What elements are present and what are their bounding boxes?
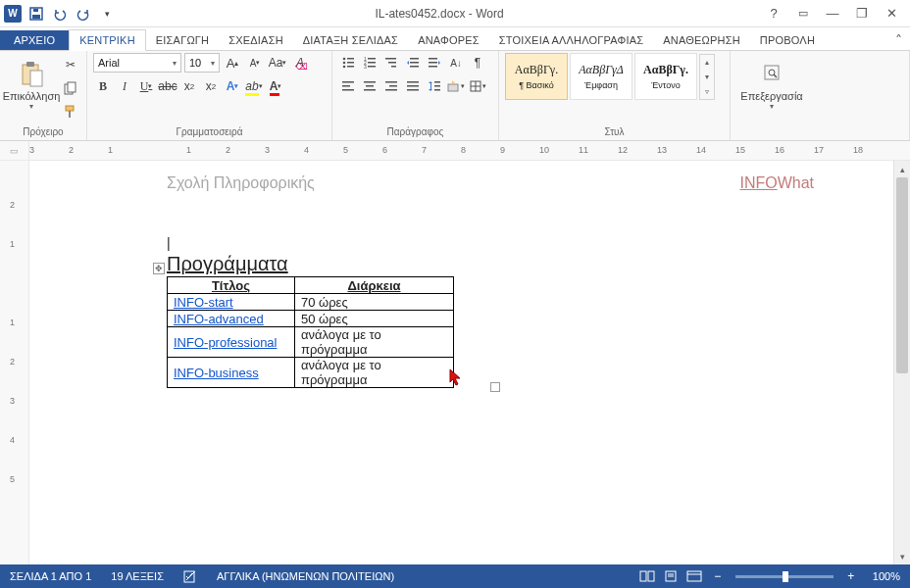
align-right-icon[interactable]: [381, 76, 401, 96]
ribbon-collapse-icon[interactable]: ˄: [887, 30, 910, 50]
status-language[interactable]: ΑΓΓΛΙΚΑ (ΗΝΩΜΕΝΩΝ ΠΟΛΙΤΕΙΩΝ): [207, 570, 404, 582]
document-heading[interactable]: Προγράμματα: [167, 253, 873, 275]
numbering-icon[interactable]: 123: [360, 53, 379, 73]
align-left-icon[interactable]: [338, 76, 358, 96]
document-canvas[interactable]: Σχολή Πληροφορικής INFOWhat | ✥ Προγράμμ…: [29, 161, 893, 564]
save-icon[interactable]: [27, 5, 45, 23]
styles-scroll-down-icon[interactable]: ▾: [700, 70, 714, 84]
help-icon[interactable]: ?: [763, 6, 784, 21]
tab-file[interactable]: ΑΡΧΕΙΟ: [0, 30, 69, 50]
bullets-icon[interactable]: [338, 53, 358, 73]
sort-icon[interactable]: A↓: [446, 53, 466, 73]
programs-table[interactable]: Τίτλος Διάρκεια INFO-start70 ώρες INFO-a…: [167, 276, 454, 388]
status-words[interactable]: 19 ΛΕΞΕΙΣ: [101, 570, 174, 582]
align-center-icon[interactable]: [360, 76, 379, 96]
style-normal[interactable]: ΑαΒβΓγ. ¶ Βασικό: [505, 53, 568, 100]
status-page[interactable]: ΣΕΛΙΔΑ 1 ΑΠΟ 1: [0, 570, 101, 582]
style-emphasis[interactable]: ΑαΒβΓγΔ Έμφαση: [570, 53, 632, 100]
view-web-icon[interactable]: [682, 567, 706, 585]
view-read-icon[interactable]: [635, 567, 659, 585]
show-marks-icon[interactable]: ¶: [468, 53, 487, 73]
change-case-icon[interactable]: Aa▾: [268, 53, 287, 73]
zoom-slider-knob[interactable]: [783, 571, 788, 582]
tab-review[interactable]: ΑΝΑΘΕΩΡΗΣΗ: [653, 30, 750, 50]
minimize-icon[interactable]: —: [822, 6, 843, 21]
zoom-slider[interactable]: [735, 575, 834, 578]
cell-value[interactable]: 70 ώρες: [295, 294, 454, 311]
style-strong[interactable]: ΑαΒβΓγ. Έντονο: [634, 53, 697, 100]
multilevel-list-icon[interactable]: [381, 53, 401, 73]
style-normal-preview: ΑαΒβΓγ.: [515, 63, 558, 77]
zoom-out-icon[interactable]: −: [706, 567, 730, 585]
italic-button[interactable]: I: [115, 76, 134, 96]
borders-icon[interactable]: ▾: [468, 76, 487, 96]
styles-scroll-up-icon[interactable]: ▴: [700, 55, 714, 70]
highlight-color-icon[interactable]: ab▾: [244, 76, 264, 96]
bold-button[interactable]: B: [93, 76, 113, 96]
font-size-select[interactable]: 10▾: [184, 53, 220, 73]
font-color-icon[interactable]: A▾: [266, 76, 285, 96]
shading-icon[interactable]: ▾: [446, 76, 466, 96]
styles-expand-icon[interactable]: ▿: [700, 84, 714, 99]
view-print-icon[interactable]: [659, 567, 682, 585]
format-painter-icon[interactable]: [61, 102, 80, 122]
paste-button[interactable]: Επικόλληση ▾: [6, 53, 57, 118]
close-icon[interactable]: ✕: [881, 6, 902, 21]
cell-value[interactable]: ανάλογα με το πρόγραμμα: [295, 327, 454, 358]
svg-rect-8: [66, 106, 74, 111]
cell-link[interactable]: INFO-advanced: [168, 311, 295, 327]
copy-icon[interactable]: [61, 78, 80, 98]
svg-rect-39: [385, 89, 397, 91]
tab-mailings[interactable]: ΣΤΟΙΧΕΙΑ ΑΛΛΗΛΟΓΡΑΦΙΑΣ: [489, 30, 653, 50]
increase-indent-icon[interactable]: [425, 53, 444, 73]
table-resize-handle-icon[interactable]: [490, 382, 500, 392]
style-emphasis-preview: ΑαΒβΓγΔ: [579, 63, 624, 77]
th-title[interactable]: Τίτλος: [168, 277, 295, 294]
justify-icon[interactable]: [403, 76, 423, 96]
tab-design[interactable]: ΣΧΕΔΙΑΣΗ: [219, 30, 293, 50]
tab-insert[interactable]: ΕΙΣΑΓΩΓΗ: [146, 30, 219, 50]
ribbon-display-icon[interactable]: ▭: [792, 7, 814, 20]
strikethrough-button[interactable]: abc: [158, 76, 177, 96]
scroll-down-icon[interactable]: ▾: [894, 548, 910, 564]
text-effects-icon[interactable]: A▾: [223, 76, 242, 96]
status-proofing-icon[interactable]: [174, 569, 207, 583]
subscript-button[interactable]: x2: [179, 76, 199, 96]
zoom-in-icon[interactable]: +: [839, 567, 863, 585]
superscript-button[interactable]: x2: [201, 76, 221, 96]
cell-value[interactable]: ανάλογα με το πρόγραμμα: [295, 358, 454, 388]
shrink-font-icon[interactable]: A▾: [245, 53, 265, 73]
word-app-icon[interactable]: W: [4, 5, 22, 23]
scroll-thumb[interactable]: [896, 177, 908, 373]
group-clipboard-label: Πρόχειρο: [6, 125, 80, 138]
tab-view[interactable]: ΠΡΟΒΟΛΗ: [750, 30, 825, 50]
horizontal-ruler[interactable]: 321123456789101112131415161718: [29, 141, 910, 160]
vertical-ruler[interactable]: 2112345: [0, 161, 29, 564]
zoom-level[interactable]: 100%: [863, 570, 910, 582]
undo-icon[interactable]: [51, 5, 69, 23]
ruler-corner[interactable]: ▭: [0, 141, 29, 161]
tab-layout[interactable]: ΔΙΑΤΑΞΗ ΣΕΛΙΔΑΣ: [293, 30, 408, 50]
editing-button[interactable]: Επεξεργασία ▾: [736, 53, 807, 118]
tab-references[interactable]: ΑΝΑΦΟΡΕΣ: [408, 30, 489, 50]
cut-icon[interactable]: ✂: [61, 55, 80, 74]
cell-link[interactable]: INFO-start: [168, 294, 295, 311]
qat-customize-icon[interactable]: ▾: [98, 5, 116, 23]
table-move-handle-icon[interactable]: ✥: [153, 263, 165, 274]
decrease-indent-icon[interactable]: [403, 53, 423, 73]
restore-icon[interactable]: ❐: [851, 6, 873, 21]
grow-font-icon[interactable]: A▴: [223, 53, 242, 73]
redo-icon[interactable]: [75, 5, 92, 23]
cell-link[interactable]: INFO-business: [168, 358, 295, 388]
th-duration[interactable]: Διάρκεια: [295, 277, 454, 294]
svg-rect-7: [68, 82, 76, 92]
cell-link[interactable]: INFO-professional: [168, 327, 295, 358]
underline-button[interactable]: U▾: [136, 76, 156, 96]
scroll-track[interactable]: [894, 177, 910, 548]
clear-formatting-icon[interactable]: A⌫: [290, 53, 310, 73]
line-spacing-icon[interactable]: [425, 76, 444, 96]
scroll-up-icon[interactable]: ▴: [894, 161, 910, 177]
tab-home[interactable]: ΚΕΝΤΡΙΚΗ: [69, 29, 146, 51]
cell-value[interactable]: 50 ώρες: [295, 311, 454, 327]
font-name-select[interactable]: Arial▾: [93, 53, 181, 73]
